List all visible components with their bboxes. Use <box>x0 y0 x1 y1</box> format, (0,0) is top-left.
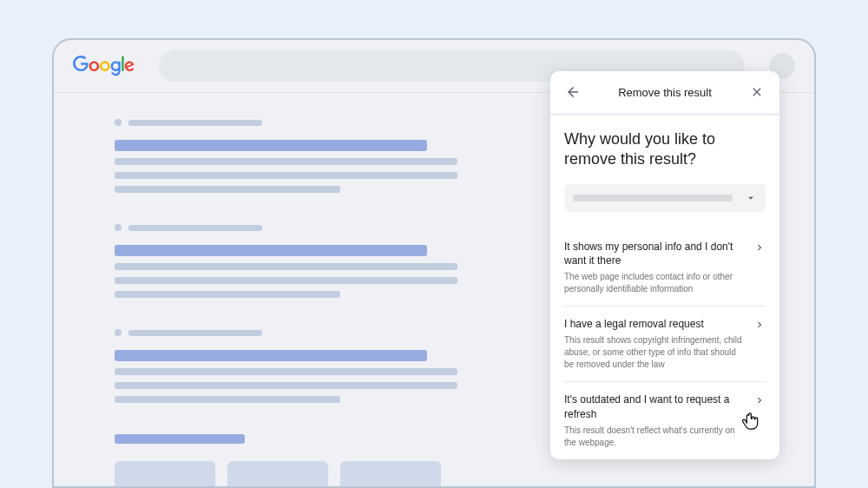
removal-option-personal-info[interactable]: It shows my personal info and I don't wa… <box>564 229 766 307</box>
result-snippet <box>115 277 457 284</box>
result-meta <box>115 329 262 336</box>
chevron-right-icon <box>753 319 766 331</box>
result-snippet <box>115 291 340 298</box>
remove-result-modal: Remove this result Why would you like to… <box>550 71 779 459</box>
result-meta <box>115 224 262 231</box>
result-title-link[interactable] <box>115 245 427 256</box>
option-description: This result shows copyright infringement… <box>564 334 745 371</box>
modal-title: Remove this result <box>618 86 712 99</box>
result-title-link[interactable] <box>115 140 427 151</box>
modal-question: Why would you like to remove this result… <box>564 129 766 170</box>
option-title: I have a legal removal request <box>564 317 745 331</box>
result-snippet <box>115 368 457 375</box>
google-logo[interactable] <box>73 56 135 76</box>
cursor-pointer-icon <box>740 412 760 434</box>
related-card[interactable] <box>115 461 215 488</box>
chevron-right-icon <box>753 394 766 406</box>
result-title-link[interactable] <box>115 350 427 361</box>
option-description: This result doesn't reflect what's curre… <box>564 425 745 449</box>
option-description: The web page includes contact info or ot… <box>564 271 745 295</box>
reason-dropdown[interactable] <box>564 184 766 212</box>
related-card[interactable] <box>227 461 328 488</box>
close-icon <box>750 85 764 99</box>
result-snippet <box>115 396 340 403</box>
modal-header: Remove this result <box>550 71 779 114</box>
result-snippet <box>115 186 340 193</box>
result-snippet <box>115 382 457 389</box>
dropdown-value-placeholder <box>573 195 733 201</box>
option-title: It shows my personal info and I don't wa… <box>564 240 745 267</box>
option-title: It's outdated and I want to request a re… <box>564 392 745 420</box>
result-snippet <box>115 172 457 179</box>
close-button[interactable] <box>748 83 766 101</box>
related-card[interactable] <box>340 461 441 488</box>
arrow-left-icon <box>565 84 581 100</box>
result-meta <box>115 119 262 126</box>
chevron-down-icon <box>745 192 757 204</box>
modal-body: Why would you like to remove this result… <box>550 114 779 459</box>
result-snippet <box>115 158 457 165</box>
related-cards <box>115 461 753 488</box>
result-section-label <box>115 434 245 444</box>
removal-option-legal[interactable]: I have a legal removal request This resu… <box>564 307 766 382</box>
chevron-right-icon <box>753 241 766 254</box>
back-button[interactable] <box>564 83 582 101</box>
removal-option-outdated[interactable]: It's outdated and I want to request a re… <box>564 382 766 459</box>
result-snippet <box>115 263 457 270</box>
